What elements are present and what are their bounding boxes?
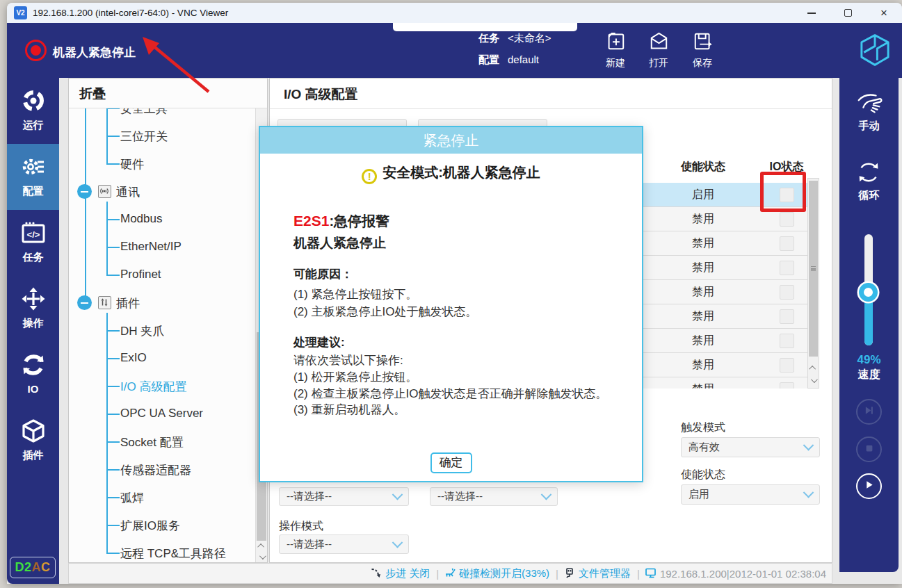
tree-item-label: 弧焊 (120, 490, 144, 506)
collapse-all-button[interactable]: 折叠 (69, 79, 267, 108)
io-state-cell (766, 256, 807, 280)
io-state-checkbox[interactable] (780, 285, 794, 300)
sidebar-item-operate[interactable]: 操作 (7, 276, 59, 342)
trigger-mode-select[interactable]: 高有效 (681, 437, 820, 457)
io-state-cell (766, 183, 807, 207)
sidebar-item-plugin[interactable]: 插件 (7, 408, 59, 474)
tree-item-1[interactable]: 三位开关 (69, 122, 255, 150)
table-scrollbar[interactable] (807, 178, 819, 389)
tree-item-label: Profinet (120, 268, 161, 281)
status-bar: 步进 关闭 | 碰撞检测开启(33%) | 文件管理器 | 192.168.1.… (68, 563, 832, 584)
enable-state-value: 禁用 (641, 256, 766, 279)
select-placeholder-1[interactable]: --请选择-- (279, 487, 409, 506)
causes-title: 可能原因： (293, 266, 353, 282)
tree-item-9[interactable]: ExIO (69, 345, 255, 373)
separator: | (436, 568, 439, 580)
minimize-button[interactable] (794, 3, 830, 23)
tree-item-14[interactable]: 弧焊 (69, 484, 255, 512)
tree-item-2[interactable]: 硬件 (69, 150, 255, 178)
tree-item-16[interactable]: 远程 TCP&工具路径 (69, 539, 255, 563)
advice-title: 处理建议: (293, 334, 345, 350)
connection-info: 192.168.1.200|2012-01-01 02:38:04 (645, 566, 826, 581)
column-header-io-state: IO状态 (766, 160, 807, 174)
advice-intro: 请依次尝试以下操作: (293, 352, 403, 368)
maximize-button[interactable] (830, 3, 866, 23)
badge-text: C (41, 560, 51, 574)
sidebar-item-task[interactable]: </> 任务 (7, 210, 59, 276)
tree-item-label: ExIO (120, 351, 147, 365)
vnc-window: V2 192.168.1.200 (intel-corei7-64:0) - V… (7, 3, 902, 584)
scroll-down-button[interactable] (256, 551, 267, 562)
tree-item-8[interactable]: DH 夹爪 (69, 317, 255, 345)
stop-button[interactable] (856, 436, 882, 462)
io-state-checkbox[interactable] (780, 334, 794, 348)
separator: | (637, 568, 640, 580)
speed-label: 速度 (839, 368, 899, 382)
collapse-node-icon[interactable] (77, 295, 92, 310)
tree-item-6[interactable]: Profinet (69, 261, 255, 289)
scroll-up-button[interactable] (256, 540, 267, 551)
select-placeholder-2[interactable]: --请选择-- (430, 487, 558, 506)
collision-detection-status[interactable]: 碰撞检测开启(33%) (444, 566, 549, 581)
speed-percentage: 49% (839, 353, 899, 367)
manual-mode-button[interactable]: 手动 (839, 90, 899, 133)
step-mode-status[interactable]: 步进 关闭 (370, 566, 430, 581)
io-state-checkbox[interactable] (780, 261, 794, 275)
io-state-checkbox[interactable] (780, 236, 794, 251)
badge-text: D2 (15, 560, 31, 574)
io-state-checkbox[interactable] (780, 188, 794, 202)
tree-item-12[interactable]: Socket 配置 (69, 428, 255, 456)
io-state-checkbox[interactable] (780, 309, 794, 324)
speed-slider[interactable] (864, 234, 873, 345)
scroll-up-button[interactable] (808, 362, 819, 373)
step-forward-button[interactable] (856, 399, 882, 425)
tree-item-10[interactable]: I/O 高级配置 (69, 373, 255, 400)
tree-item-11[interactable]: OPC UA Server (69, 400, 255, 428)
new-button[interactable]: 新建 (595, 30, 636, 70)
play-button[interactable] (856, 473, 882, 499)
sidebar-item-config[interactable]: 配置 (7, 144, 59, 210)
io-state-cell (766, 231, 807, 256)
tree-item-7[interactable]: 插件 (69, 289, 255, 317)
enable-state-value: 禁用 (641, 207, 766, 231)
close-button[interactable]: × (866, 3, 902, 23)
slider-thumb[interactable] (859, 283, 878, 302)
tree-item-label: 扩展IO服务 (120, 518, 180, 534)
tree-item-label: OPC UA Server (120, 407, 203, 420)
sidebar-item-run[interactable]: 运行 (7, 78, 59, 144)
io-state-checkbox[interactable] (780, 212, 794, 227)
collapse-node-icon[interactable] (77, 184, 92, 199)
sidebar-item-io[interactable]: IO (7, 342, 59, 408)
tree-item-13[interactable]: 传感器适配器 (69, 456, 255, 484)
tree-item-label: Modbus (120, 212, 162, 226)
save-button[interactable]: 保存 (682, 30, 723, 70)
vnc-toolbar-notch[interactable] (393, 23, 577, 31)
stop-icon (864, 443, 874, 456)
enable-state-select[interactable]: 启用 (681, 484, 820, 505)
ok-button[interactable]: 确定 (430, 452, 472, 473)
tree-item-5[interactable]: EtherNet/IP (69, 234, 255, 261)
chevron-down-icon (259, 553, 266, 560)
tree-item-label: Socket 配置 (120, 434, 184, 450)
scroll-down-button[interactable] (808, 375, 819, 386)
chevron-down-icon (811, 376, 818, 383)
operation-mode-select[interactable]: --请选择-- (279, 534, 409, 554)
maximize-icon (844, 9, 852, 17)
io-state-checkbox[interactable] (780, 382, 794, 389)
scrollbar-thumb[interactable] (809, 181, 818, 357)
task-code-icon: </> (21, 236, 46, 247)
file-manager-button[interactable]: 文件管理器 (563, 566, 631, 581)
tree-item-15[interactable]: 扩展IO服务 (69, 512, 255, 539)
hand-icon (855, 106, 884, 117)
open-envelope-icon (647, 43, 670, 55)
d2ac-badge[interactable]: D2AC (10, 557, 56, 578)
tree-item-4[interactable]: Modbus (69, 206, 255, 234)
io-state-checkbox[interactable] (780, 358, 794, 373)
cycle-mode-button[interactable]: 循环 (839, 160, 899, 202)
advice-item: (1) 松开紧急停止按钮。 (293, 369, 418, 385)
tree-item-3[interactable]: 通讯 (69, 178, 255, 206)
trigger-mode-label: 触发模式 (681, 420, 725, 435)
open-button[interactable]: 打开 (638, 30, 679, 70)
task-config-info: 任务<未命名> 配置default (478, 32, 551, 75)
advice-item: (2) 检查主板紧急停止IO触发状态是否正确并解除触发状态。 (293, 386, 607, 402)
